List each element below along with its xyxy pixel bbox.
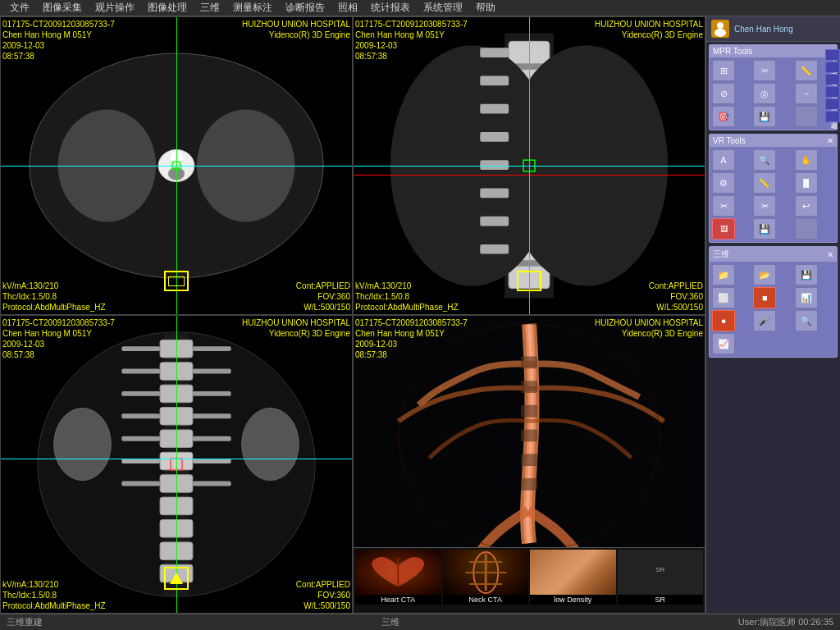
patient-name: Chen Han Hong [734,25,793,34]
3d-tools-close[interactable]: ✕ [827,250,833,259]
viewport-area: 017175-CT20091203085733-7 Chen Han Hong … [0,16,705,614]
status-left: 三维重建 [7,616,43,628]
svg-rect-31 [480,104,509,114]
menu-imaging[interactable]: 图像采集 [36,1,89,15]
svg-rect-55 [121,391,160,396]
svg-rect-36 [480,244,509,254]
3d-btn-chart[interactable]: 📊 [795,287,818,308]
menu-measure[interactable]: 测量标注 [226,1,279,15]
vr-btn-active[interactable]: 🖼 [712,218,735,240]
svg-rect-58 [193,413,231,418]
3d-btn-folder[interactable]: 📂 [753,264,776,285]
3d-tools-header: 三维 ✕ [710,247,837,262]
3d-btn-mic[interactable]: 🎤 [753,310,776,331]
svg-rect-74 [521,454,537,466]
mpr-btn-cut[interactable]: ✂ [753,60,776,81]
svg-rect-59 [121,436,160,441]
mpr-btn-crosshair[interactable]: 🎯 [712,106,735,127]
vr-btn-hand[interactable]: ✋ [795,149,818,171]
vr-btn-ruler[interactable]: 📏 [753,172,776,194]
vr-tools-header: VR Tools ✕ [710,135,837,147]
3d-btn-red1[interactable]: ■ [753,287,776,308]
thumbnail-neck-cta-label: Neck CTA [443,595,529,605]
thumbnail-heart-cta[interactable]: Heart CTA [355,550,441,611]
side-tab-patient[interactable]: 病人 [825,49,840,61]
viewport-vr3d[interactable]: 017175-CT20091203085733-7 Chen Han Hong … [353,315,705,614]
menu-process[interactable]: 图像处理 [141,1,194,15]
svg-point-67 [242,409,299,481]
mpr-btn-circle[interactable]: ⊘ [712,83,735,104]
vr-btn-gear[interactable]: ⚙ [712,172,735,194]
menu-file[interactable]: 文件 [3,1,36,15]
mpr-btn-target[interactable]: ◎ [753,83,776,104]
vr-tools-title: VR Tools [713,136,746,145]
vr-btn-text[interactable]: A [712,149,735,171]
side-tab-exit[interactable]: 退出 [825,111,840,122]
vr-btn-scissors[interactable]: ✂ [712,195,735,217]
svg-rect-64 [193,482,231,486]
svg-rect-61 [121,459,160,463]
mpr-btn-grid[interactable]: ⊞ [712,60,735,81]
vr-btn-cut2[interactable]: ✂ [753,195,776,217]
svg-point-66 [54,409,112,481]
menu-diagnosis[interactable]: 诊断报告 [279,1,331,15]
vr-btn-empty2 [795,218,818,240]
mpr-btn-measure[interactable]: 📏 [795,60,818,81]
svg-rect-52 [193,346,231,351]
thumbnail-low-density[interactable]: low Density [530,550,616,611]
patient-area: Chen Han Hong [706,16,840,42]
menu-3d[interactable]: 三维 [194,1,226,15]
3d-btn-box[interactable]: ⬜ [712,287,735,308]
right-sidebar: Chen Han Hong MPR Tools ✕ ⊞ ✂ 📏 ⊘ ◎ → 🎯 … [705,16,840,614]
mpr-btn-arrow[interactable]: → [795,83,818,104]
mpr-btn-save[interactable]: 💾 [753,106,776,127]
menu-system[interactable]: 系统管理 [417,1,469,15]
side-tab-view[interactable]: 观片 [825,62,840,73]
vr-btn-undo[interactable]: ↩ [795,195,818,217]
viewport-sagittal[interactable]: 017175-CT20091203085733-7 Chen Han Hong … [353,16,705,315]
thumbnail-heart-cta-label: Heart CTA [355,595,441,605]
side-tab-report[interactable]: 报告 [825,86,840,98]
thumbnail-strip: Heart CTA Neck CTA [354,547,705,613]
vr-btn-save2[interactable]: 💾 [753,218,776,240]
mpr-tools-title: MPR Tools [713,47,752,56]
svg-rect-57 [121,413,160,418]
svg-rect-70 [521,356,537,368]
viewport-coronal[interactable]: 017175-CT20091203085733-7 Chen Han Hong … [0,315,353,614]
3d-btn-save3[interactable]: 💾 [795,264,818,285]
svg-rect-30 [480,75,509,85]
svg-rect-34 [480,188,509,198]
3d-btn-open[interactable]: 📁 [712,264,735,285]
svg-rect-51 [121,346,160,351]
side-tab-3d[interactable]: 三维 [825,74,840,85]
viewport-axial[interactable]: 017175-CT20091203085733-7 Chen Han Hong … [0,16,353,315]
3d-tools-panel: 三维 ✕ 📁 📂 💾 ⬜ ■ 📊 ● 🎤 🔍 📈 [709,246,838,358]
status-center: 三维 [381,616,399,628]
menu-stats[interactable]: 统计报表 [364,1,417,15]
svg-rect-32 [480,132,509,142]
svg-rect-73 [521,430,537,442]
mpr-tools-panel: MPR Tools ✕ ⊞ ✂ 📏 ⊘ ◎ → 🎯 💾 [709,44,838,130]
patient-icon [711,20,729,38]
3d-tools-title: 三维 [713,249,729,260]
menu-photo[interactable]: 照相 [331,1,364,15]
svg-rect-35 [480,217,509,226]
side-tab-photo[interactable]: 照相 [825,98,840,110]
svg-rect-75 [521,478,537,491]
3d-btn-red2[interactable]: ● [712,310,735,331]
3d-btn-graph[interactable]: 📈 [712,333,735,354]
menu-help[interactable]: 帮助 [469,1,502,15]
thumbnail-sr[interactable]: SR SR [618,550,704,611]
menu-view[interactable]: 观片操作 [89,1,141,15]
svg-rect-29 [480,48,509,57]
vr-btn-color[interactable]: ▐▌ [795,172,818,194]
svg-rect-60 [193,436,231,441]
vr-btn-zoom[interactable]: 🔍 [753,149,776,171]
3d-btn-search[interactable]: 🔍 [795,310,818,331]
thumbnail-neck-cta[interactable]: Neck CTA [443,550,529,611]
statusbar: 三维重建 三维 User:病院医师 00:26:35 [0,614,840,630]
svg-rect-62 [193,459,231,463]
vr-tools-close[interactable]: ✕ [827,136,833,145]
svg-rect-63 [121,482,160,486]
status-right: User:病院医师 00:26:35 [738,616,833,628]
